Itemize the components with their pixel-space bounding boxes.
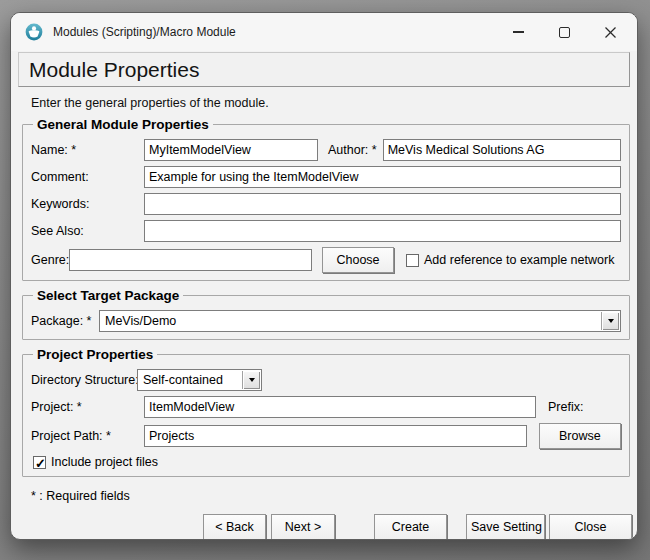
close-dialog-button[interactable]: Close xyxy=(549,514,632,540)
genre-input[interactable] xyxy=(69,249,312,271)
wizard-button-row: < Back Next > Create Save Setting Close xyxy=(11,514,632,540)
package-label: Package: * xyxy=(31,314,99,328)
comment-row: Comment: xyxy=(31,166,621,188)
minimize-button[interactable] xyxy=(501,17,535,47)
required-fields-note: * : Required fields xyxy=(31,489,637,503)
keywords-input[interactable] xyxy=(144,193,621,215)
general-module-properties-group: General Module Properties Name: * Author… xyxy=(22,117,630,281)
project-row: Project: * Prefix: xyxy=(31,396,621,418)
directory-structure-combobox[interactable]: Self-contained xyxy=(137,369,262,391)
directory-structure-dropdown-button[interactable] xyxy=(242,371,260,389)
minimize-icon xyxy=(513,31,524,33)
project-input[interactable] xyxy=(144,396,536,418)
chevron-down-icon xyxy=(249,378,255,382)
include-project-files-label: Include project files xyxy=(51,455,158,469)
next-button[interactable]: Next > xyxy=(271,514,335,540)
maximize-button[interactable] xyxy=(547,17,581,47)
author-input[interactable] xyxy=(383,139,621,161)
package-selected-value: MeVis/Demo xyxy=(105,314,176,328)
project-properties-legend: Project Properties xyxy=(33,347,157,362)
project-path-label: Project Path: * xyxy=(31,429,144,443)
choose-button[interactable]: Choose xyxy=(322,247,394,273)
add-reference-field: Add reference to example network xyxy=(406,253,614,267)
general-module-properties-legend: General Module Properties xyxy=(33,117,213,132)
directory-structure-row: Directory Structure: Self-contained xyxy=(31,369,621,391)
name-label: Name: * xyxy=(31,143,144,157)
name-input[interactable] xyxy=(144,139,318,161)
include-project-files-checkbox[interactable] xyxy=(33,456,46,469)
wizard-dialog-window: Modules (Scripting)/Macro Module Module … xyxy=(10,12,638,540)
prefix-label: Prefix: xyxy=(548,400,583,414)
keywords-row: Keywords: xyxy=(31,193,621,215)
page-header: Module Properties xyxy=(18,52,630,87)
window-title: Modules (Scripting)/Macro Module xyxy=(53,25,236,39)
include-project-files-row: Include project files xyxy=(33,455,621,469)
author-label: Author: * xyxy=(328,143,377,157)
save-setting-button[interactable]: Save Setting xyxy=(466,514,545,540)
see-also-input[interactable] xyxy=(144,220,621,242)
back-button[interactable]: < Back xyxy=(203,514,266,540)
page-description: Enter the general properties of the modu… xyxy=(31,96,637,110)
page-title: Module Properties xyxy=(29,58,199,82)
maximize-icon xyxy=(559,27,570,38)
genre-label: Genre: xyxy=(31,253,69,267)
mevislab-logo-icon xyxy=(25,23,43,41)
comment-input[interactable] xyxy=(144,166,621,188)
select-target-package-group: Select Target Package Package: * MeVis/D… xyxy=(22,288,630,340)
project-path-input[interactable] xyxy=(144,425,527,447)
close-button[interactable] xyxy=(593,17,627,47)
project-path-row: Project Path: * Browse xyxy=(31,423,621,449)
project-label: Project: * xyxy=(31,400,144,414)
project-properties-group: Project Properties Directory Structure: … xyxy=(22,347,630,477)
add-reference-checkbox[interactable] xyxy=(406,254,419,267)
comment-label: Comment: xyxy=(31,170,144,184)
select-target-package-legend: Select Target Package xyxy=(33,288,183,303)
see-also-row: See Also: xyxy=(31,220,621,242)
see-also-label: See Also: xyxy=(31,224,144,238)
package-dropdown-button[interactable] xyxy=(601,312,619,330)
browse-button[interactable]: Browse xyxy=(539,423,621,449)
name-author-row: Name: * Author: * xyxy=(31,139,621,161)
add-reference-label: Add reference to example network xyxy=(424,253,614,267)
directory-structure-label: Directory Structure: xyxy=(31,373,137,387)
chevron-down-icon xyxy=(608,319,614,323)
package-combobox[interactable]: MeVis/Demo xyxy=(99,310,621,332)
keywords-label: Keywords: xyxy=(31,197,144,211)
create-button[interactable]: Create xyxy=(374,514,447,540)
titlebar[interactable]: Modules (Scripting)/Macro Module xyxy=(11,13,637,51)
package-row: Package: * MeVis/Demo xyxy=(31,310,621,332)
genre-row: Genre: Choose Add reference to example n… xyxy=(31,247,621,273)
close-icon xyxy=(605,27,616,38)
directory-structure-selected-value: Self-contained xyxy=(143,373,223,387)
